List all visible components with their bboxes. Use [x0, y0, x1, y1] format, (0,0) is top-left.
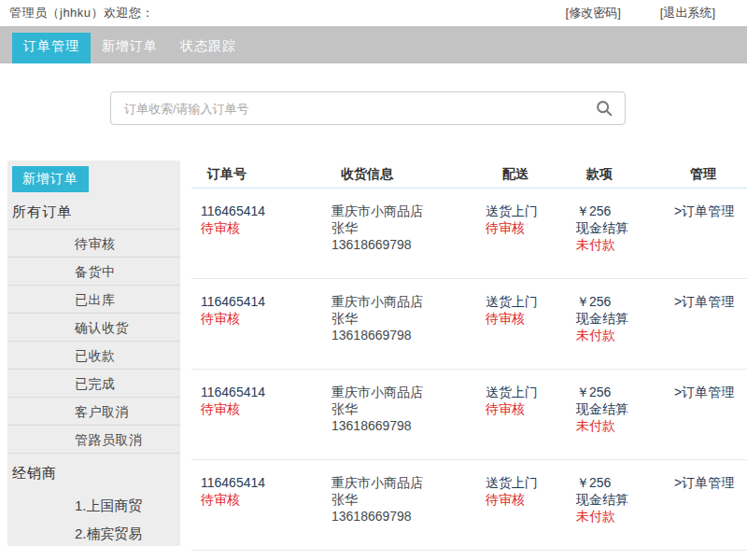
search-icon[interactable]	[594, 98, 614, 119]
header-delivery: 配送	[476, 166, 565, 188]
consignee-line: 重庆市小商品店	[331, 474, 476, 491]
table-row: 116465414 待审核 重庆市小商品店张华13618669798 送货上门 …	[191, 279, 747, 370]
payment-method: 现金结算	[576, 400, 663, 417]
delivery-cell: 送货上门 待审核	[476, 474, 565, 550]
order-status-badge: 待审核	[201, 491, 317, 508]
order-no-cell: 116465414 待审核	[191, 384, 317, 459]
delivery-method: 送货上门	[486, 293, 565, 310]
change-password-link[interactable]: [修改密码]	[566, 5, 621, 21]
delivery-method: 送货上门	[486, 203, 565, 219]
consignee-cell: 重庆市小商品店张华13618669798	[317, 293, 476, 369]
sidebar: 新增订单 所有订单 待审核备货中已出库确认收货已收款已完成客户取消管路员取消 经…	[7, 161, 180, 546]
delivery-status-badge: 待审核	[486, 310, 565, 327]
main-content: 新增订单 所有订单 待审核备货中已出库确认收货已收款已完成客户取消管路员取消 经…	[0, 161, 747, 560]
new-order-button[interactable]: 新增订单	[12, 166, 89, 192]
sidebar-status-item[interactable]: 已出库	[7, 285, 180, 313]
header-manage: 管理	[663, 166, 747, 188]
consignee-line: 重庆市小商品店	[331, 203, 476, 219]
payment-method: 现金结算	[576, 310, 663, 327]
order-status-badge: 待审核	[201, 400, 317, 417]
manage-cell: >订单管理	[663, 384, 747, 459]
delivery-method: 送货上门	[486, 384, 565, 400]
consignee-line: 13618669798	[331, 417, 476, 434]
delivery-cell: 送货上门 待审核	[476, 293, 565, 369]
payment-method: 现金结算	[576, 219, 663, 236]
delivery-cell: 送货上门 待审核	[476, 203, 565, 278]
sidebar-status-item[interactable]: 管路员取消	[7, 425, 180, 453]
delivery-status-badge: 待审核	[486, 491, 565, 508]
payment-cell: ￥256 现金结算 未付款	[565, 293, 663, 369]
manage-cell: >订单管理	[663, 474, 747, 550]
consignee-line: 13618669798	[331, 327, 476, 343]
nav-tab[interactable]: 订单管理	[12, 33, 91, 63]
consignee-line: 张华	[331, 219, 476, 236]
sidebar-status-item[interactable]: 确认收货	[7, 313, 180, 341]
nav-tab[interactable]: 新增订单	[91, 33, 169, 63]
order-no-cell: 116465414 待审核	[191, 474, 317, 550]
payment-status-badge: 未付款	[576, 327, 663, 343]
dealer-list: 1.上国商贸2.楠宾贸易	[7, 490, 180, 548]
manage-order-link[interactable]: >订单管理	[674, 203, 747, 219]
table-row: 116465414 待审核 重庆市小商品店张华13618669798 送货上门 …	[191, 370, 747, 460]
manage-order-link[interactable]: >订单管理	[674, 474, 747, 491]
payment-method: 现金结算	[576, 491, 663, 508]
nav-tab-bar: 订单管理新增订单状态跟踪	[0, 26, 747, 63]
table-row: 116465414 待审核 重庆市小商品店张华13618669798 送货上门 …	[191, 460, 747, 551]
table-body: 116465414 待审核 重庆市小商品店张华13618669798 送货上门 …	[191, 189, 747, 551]
order-status-list: 待审核备货中已出库确认收货已收款已完成客户取消管路员取消	[7, 229, 180, 454]
consignee-cell: 重庆市小商品店张华13618669798	[317, 384, 476, 459]
order-amount: ￥256	[576, 474, 663, 491]
topbar: 管理员（jhhku）欢迎您： [修改密码] [退出系统]	[0, 0, 747, 26]
order-amount: ￥256	[576, 293, 663, 310]
all-orders-heading: 所有订单	[12, 203, 180, 221]
order-number: 116465414	[201, 203, 317, 219]
payment-cell: ￥256 现金结算 未付款	[565, 384, 663, 459]
order-number: 116465414	[201, 474, 317, 491]
order-amount: ￥256	[576, 384, 663, 400]
sidebar-status-item[interactable]: 待审核	[7, 229, 180, 257]
search-box	[110, 91, 626, 125]
payment-status-badge: 未付款	[576, 508, 663, 525]
delivery-method: 送货上门	[486, 474, 565, 491]
consignee-line: 13618669798	[331, 236, 476, 253]
payment-status-badge: 未付款	[576, 417, 663, 434]
nav-tab[interactable]: 状态跟踪	[169, 33, 247, 63]
order-no-cell: 116465414 待审核	[191, 203, 317, 278]
sidebar-status-item[interactable]: 已收款	[7, 341, 180, 369]
header-consignee: 收货信息	[317, 166, 476, 188]
table-row: 116465414 待审核 重庆市小商品店张华13618669798 送货上门 …	[191, 189, 747, 279]
sidebar-status-item[interactable]: 已完成	[7, 369, 180, 397]
logout-link[interactable]: [退出系统]	[660, 5, 715, 21]
manage-order-link[interactable]: >订单管理	[674, 384, 747, 400]
sidebar-status-item[interactable]: 备货中	[7, 257, 180, 285]
topbar-links: [修改密码] [退出系统]	[566, 5, 747, 21]
consignee-line: 重庆市小商品店	[331, 384, 476, 400]
order-amount: ￥256	[576, 203, 663, 219]
order-status-badge: 待审核	[201, 310, 317, 327]
consignee-line: 张华	[331, 310, 476, 327]
consignee-line: 张华	[331, 491, 476, 508]
sidebar-dealer-item[interactable]: 2.楠宾贸易	[7, 520, 180, 548]
delivery-cell: 送货上门 待审核	[476, 384, 565, 459]
sidebar-dealer-item[interactable]: 1.上国商贸	[7, 492, 180, 520]
manage-order-link[interactable]: >订单管理	[674, 293, 747, 310]
admin-greeting: 管理员（jhhku）欢迎您：	[9, 5, 154, 21]
consignee-line: 重庆市小商品店	[331, 293, 476, 310]
search-section	[0, 63, 747, 161]
search-input[interactable]	[111, 92, 594, 124]
delivery-status-badge: 待审核	[486, 219, 565, 236]
order-status-badge: 待审核	[201, 219, 317, 236]
consignee-line: 张华	[331, 400, 476, 417]
payment-cell: ￥256 现金结算 未付款	[565, 203, 663, 278]
consignee-cell: 重庆市小商品店张华13618669798	[317, 203, 476, 278]
consignee-cell: 重庆市小商品店张华13618669798	[317, 474, 476, 550]
order-number: 116465414	[201, 293, 317, 310]
sidebar-status-item[interactable]: 客户取消	[7, 397, 180, 425]
table-header-row: 订单号 收货信息 配送 款项 管理	[191, 161, 747, 189]
order-no-cell: 116465414 待审核	[191, 293, 317, 369]
order-table: 订单号 收货信息 配送 款项 管理 116465414 待审核 重庆市小商品店张…	[191, 161, 747, 551]
payment-cell: ￥256 现金结算 未付款	[565, 474, 663, 550]
manage-cell: >订单管理	[663, 203, 747, 278]
header-order-no: 订单号	[191, 166, 317, 188]
header-payment: 款项	[565, 166, 663, 188]
